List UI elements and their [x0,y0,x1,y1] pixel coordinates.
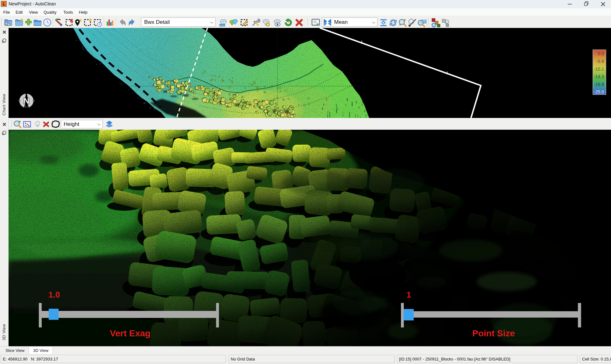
svg-text:-18.8: -18.8 [594,82,604,87]
svg-text:-14.3: -14.3 [594,74,604,79]
svg-text:-25.0: -25.0 [594,89,604,94]
svg-text:0.0: 0.0 [598,51,604,56]
svg-text:-10.1: -10.1 [594,66,604,72]
svg-text:-5.6: -5.6 [596,59,604,64]
svg-text:N: N [24,96,30,106]
